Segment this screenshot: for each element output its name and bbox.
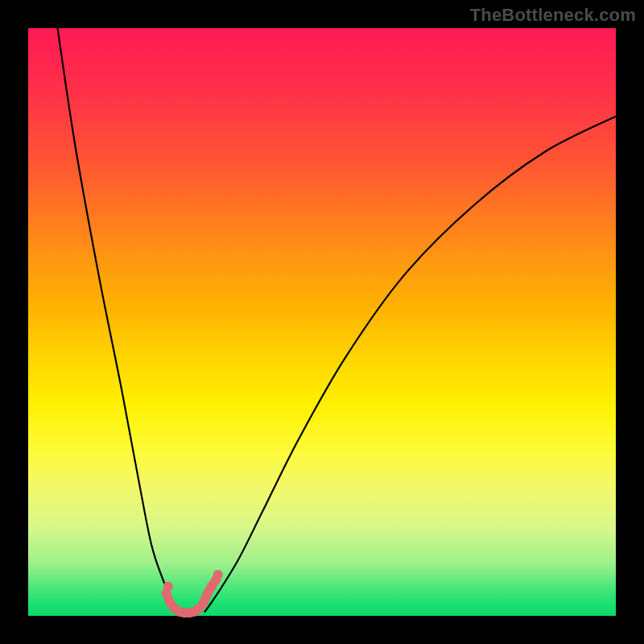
dip-marker-group [162, 570, 223, 617]
dip-point [213, 570, 223, 580]
curve-left-branch [58, 28, 181, 613]
curve-right-branch [204, 117, 616, 613]
dip-point [163, 582, 173, 592]
dip-point [199, 598, 208, 608]
watermark-text: TheBottleneck.com [470, 5, 636, 26]
chart-frame: TheBottleneck.com [0, 0, 644, 644]
chart-svg [28, 28, 616, 616]
